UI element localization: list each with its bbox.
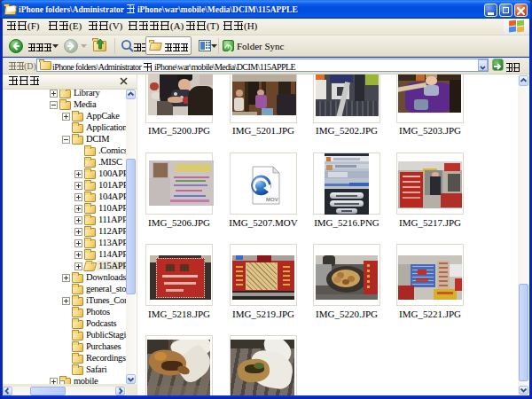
svg-text:MOV: MOV bbox=[266, 197, 278, 202]
